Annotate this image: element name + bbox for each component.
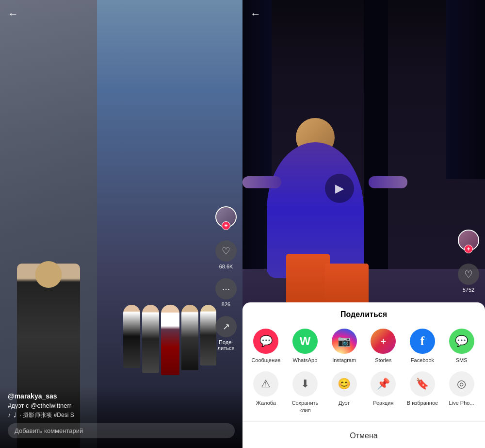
share-duet[interactable]: 😊 Дуэт bbox=[327, 371, 361, 414]
username: @marakya_sas bbox=[8, 392, 235, 400]
livephoto-label: Live Pho... bbox=[449, 399, 474, 406]
share-save[interactable]: ⬇ Сохранить клип bbox=[288, 371, 322, 414]
share-row-1: 💬 Сообщение W WhatsApp 📷 Instagram ＋ Sto… bbox=[242, 329, 485, 364]
left-panel-actions: + ♡ 68.6K ··· 826 ↗ Поде-литься bbox=[215, 206, 237, 351]
livephoto-icon: ◎ bbox=[449, 371, 474, 397]
creator-avatar-right[interactable]: + bbox=[458, 230, 479, 251]
duet-label: Дуэт bbox=[339, 399, 350, 406]
message-label: Сообщение bbox=[251, 357, 280, 364]
play-button[interactable]: ▶ bbox=[325, 174, 354, 203]
sms-label: SMS bbox=[456, 357, 468, 364]
stories-label: Stories bbox=[375, 357, 391, 364]
report-label: Жалоба bbox=[256, 399, 276, 406]
comment-input[interactable]: Добавить комментарий bbox=[8, 423, 235, 438]
share-reaction[interactable]: 📌 Реакция bbox=[366, 371, 400, 414]
right-video-panel: ← ▶ + ♡ 5752 Поде bbox=[242, 0, 485, 448]
share-report[interactable]: ⚠ Жалоба bbox=[249, 371, 283, 414]
share-livephoto[interactable]: ◎ Live Pho... bbox=[445, 371, 479, 414]
favorite-icon: 🔖 bbox=[410, 371, 435, 397]
facebook-icon: f bbox=[410, 329, 435, 354]
like-action[interactable]: ♡ 68.6K bbox=[215, 240, 237, 269]
stories-icon: ＋ bbox=[371, 329, 396, 354]
whatsapp-label: WhatsApp bbox=[293, 357, 318, 364]
message-icon: 💬 bbox=[253, 329, 278, 354]
like-action-right[interactable]: ♡ 5752 bbox=[458, 264, 479, 293]
right-panel-actions: + ♡ 5752 bbox=[458, 230, 479, 293]
share-facebook[interactable]: f Facebook bbox=[405, 329, 439, 364]
instagram-label: Instagram bbox=[332, 357, 356, 364]
right-back-button[interactable]: ← bbox=[250, 8, 261, 20]
follow-button[interactable]: + bbox=[222, 221, 230, 230]
reaction-label: Реакция bbox=[373, 399, 393, 406]
share-divider bbox=[242, 421, 485, 422]
whatsapp-icon: W bbox=[292, 329, 318, 354]
save-label: Сохранить клип bbox=[288, 399, 322, 414]
left-video-thumb[interactable] bbox=[0, 0, 97, 448]
share-whatsapp[interactable]: W WhatsApp bbox=[288, 329, 322, 364]
save-icon: ⬇ bbox=[292, 371, 318, 397]
cancel-button[interactable]: Отмена bbox=[242, 424, 485, 448]
favorite-label: В избранное bbox=[407, 399, 438, 406]
share-stories[interactable]: ＋ Stories bbox=[366, 329, 400, 364]
share-instagram[interactable]: 📷 Instagram bbox=[327, 329, 361, 364]
instagram-icon: 📷 bbox=[332, 329, 357, 354]
facebook-label: Facebook bbox=[411, 357, 434, 364]
share-message[interactable]: 💬 Сообщение bbox=[249, 329, 283, 364]
follow-button-right[interactable]: + bbox=[464, 245, 473, 253]
share-modal: Поделиться 💬 Сообщение W WhatsApp 📷 Inst… bbox=[242, 302, 485, 448]
reaction-icon: 📌 bbox=[371, 371, 396, 397]
share-favorite[interactable]: 🔖 В избранное bbox=[405, 371, 439, 414]
music-info: ♪ ♩ · 摄影师张项 #Desi S bbox=[8, 411, 235, 419]
report-icon: ⚠ bbox=[253, 371, 278, 397]
left-back-button[interactable]: ← bbox=[8, 8, 18, 20]
sms-icon: 💬 bbox=[449, 329, 474, 354]
creator-avatar-left[interactable]: + bbox=[215, 206, 237, 228]
duet-icon: 😊 bbox=[332, 371, 357, 397]
left-video-panel: ← bbox=[0, 0, 242, 448]
comment-placeholder: Добавить комментарий bbox=[15, 427, 83, 434]
share-action[interactable]: ↗ Поде-литься bbox=[215, 316, 237, 351]
share-row-2: ⚠ Жалоба ⬇ Сохранить клип 😊 Дуэт 📌 Реакц… bbox=[242, 371, 485, 414]
hashtag-text: #дуэт с @ethelwittnerr bbox=[8, 402, 235, 409]
share-sms[interactable]: 💬 SMS bbox=[445, 329, 479, 364]
share-modal-title: Поделиться bbox=[242, 310, 485, 319]
comment-action[interactable]: ··· 826 bbox=[215, 278, 237, 307]
video-info: @marakya_sas #дуэт с @ethelwittnerr ♪ ♩ … bbox=[0, 386, 242, 448]
